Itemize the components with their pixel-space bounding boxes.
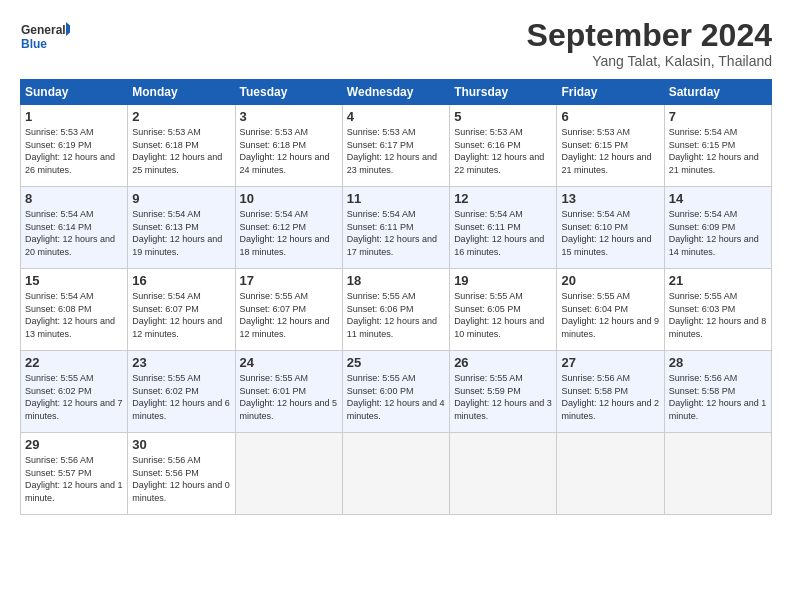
table-row: 22Sunrise: 5:55 AMSunset: 6:02 PMDayligh… — [21, 351, 128, 433]
svg-marker-2 — [66, 22, 70, 36]
table-row — [450, 433, 557, 515]
day-number: 7 — [669, 109, 767, 124]
cell-info: Sunrise: 5:56 AMSunset: 5:57 PMDaylight:… — [25, 454, 123, 504]
svg-text:Blue: Blue — [21, 37, 47, 51]
location: Yang Talat, Kalasin, Thailand — [527, 53, 772, 69]
table-row: 24Sunrise: 5:55 AMSunset: 6:01 PMDayligh… — [235, 351, 342, 433]
svg-text:General: General — [21, 23, 66, 37]
table-row: 3Sunrise: 5:53 AMSunset: 6:18 PMDaylight… — [235, 105, 342, 187]
cell-info: Sunrise: 5:54 AMSunset: 6:10 PMDaylight:… — [561, 208, 659, 258]
day-number: 13 — [561, 191, 659, 206]
calendar-week-4: 22Sunrise: 5:55 AMSunset: 6:02 PMDayligh… — [21, 351, 772, 433]
col-tuesday: Tuesday — [235, 80, 342, 105]
day-number: 21 — [669, 273, 767, 288]
calendar-week-5: 29Sunrise: 5:56 AMSunset: 5:57 PMDayligh… — [21, 433, 772, 515]
title-block: September 2024 Yang Talat, Kalasin, Thai… — [527, 18, 772, 69]
table-row: 12Sunrise: 5:54 AMSunset: 6:11 PMDayligh… — [450, 187, 557, 269]
day-number: 5 — [454, 109, 552, 124]
cell-info: Sunrise: 5:54 AMSunset: 6:07 PMDaylight:… — [132, 290, 230, 340]
table-row: 23Sunrise: 5:55 AMSunset: 6:02 PMDayligh… — [128, 351, 235, 433]
header-row: Sunday Monday Tuesday Wednesday Thursday… — [21, 80, 772, 105]
cell-info: Sunrise: 5:53 AMSunset: 6:17 PMDaylight:… — [347, 126, 445, 176]
cell-info: Sunrise: 5:56 AMSunset: 5:58 PMDaylight:… — [561, 372, 659, 422]
table-row: 2Sunrise: 5:53 AMSunset: 6:18 PMDaylight… — [128, 105, 235, 187]
cell-info: Sunrise: 5:55 AMSunset: 6:02 PMDaylight:… — [25, 372, 123, 422]
cell-info: Sunrise: 5:54 AMSunset: 6:11 PMDaylight:… — [347, 208, 445, 258]
day-number: 28 — [669, 355, 767, 370]
cell-info: Sunrise: 5:55 AMSunset: 5:59 PMDaylight:… — [454, 372, 552, 422]
day-number: 3 — [240, 109, 338, 124]
day-number: 1 — [25, 109, 123, 124]
day-number: 2 — [132, 109, 230, 124]
cell-info: Sunrise: 5:56 AMSunset: 5:56 PMDaylight:… — [132, 454, 230, 504]
cell-info: Sunrise: 5:55 AMSunset: 6:05 PMDaylight:… — [454, 290, 552, 340]
table-row: 9Sunrise: 5:54 AMSunset: 6:13 PMDaylight… — [128, 187, 235, 269]
day-number: 8 — [25, 191, 123, 206]
table-row: 26Sunrise: 5:55 AMSunset: 5:59 PMDayligh… — [450, 351, 557, 433]
table-row: 10Sunrise: 5:54 AMSunset: 6:12 PMDayligh… — [235, 187, 342, 269]
day-number: 11 — [347, 191, 445, 206]
table-row — [557, 433, 664, 515]
calendar-table: Sunday Monday Tuesday Wednesday Thursday… — [20, 79, 772, 515]
table-row: 4Sunrise: 5:53 AMSunset: 6:17 PMDaylight… — [342, 105, 449, 187]
cell-info: Sunrise: 5:54 AMSunset: 6:12 PMDaylight:… — [240, 208, 338, 258]
table-row: 15Sunrise: 5:54 AMSunset: 6:08 PMDayligh… — [21, 269, 128, 351]
cell-info: Sunrise: 5:53 AMSunset: 6:19 PMDaylight:… — [25, 126, 123, 176]
cell-info: Sunrise: 5:55 AMSunset: 6:04 PMDaylight:… — [561, 290, 659, 340]
day-number: 14 — [669, 191, 767, 206]
table-row: 7Sunrise: 5:54 AMSunset: 6:15 PMDaylight… — [664, 105, 771, 187]
cell-info: Sunrise: 5:55 AMSunset: 6:07 PMDaylight:… — [240, 290, 338, 340]
table-row: 30Sunrise: 5:56 AMSunset: 5:56 PMDayligh… — [128, 433, 235, 515]
day-number: 26 — [454, 355, 552, 370]
day-number: 6 — [561, 109, 659, 124]
month-title: September 2024 — [527, 18, 772, 53]
day-number: 30 — [132, 437, 230, 452]
day-number: 20 — [561, 273, 659, 288]
day-number: 25 — [347, 355, 445, 370]
cell-info: Sunrise: 5:53 AMSunset: 6:18 PMDaylight:… — [132, 126, 230, 176]
table-row: 8Sunrise: 5:54 AMSunset: 6:14 PMDaylight… — [21, 187, 128, 269]
calendar-week-3: 15Sunrise: 5:54 AMSunset: 6:08 PMDayligh… — [21, 269, 772, 351]
cell-info: Sunrise: 5:54 AMSunset: 6:08 PMDaylight:… — [25, 290, 123, 340]
cell-info: Sunrise: 5:54 AMSunset: 6:15 PMDaylight:… — [669, 126, 767, 176]
cell-info: Sunrise: 5:55 AMSunset: 6:01 PMDaylight:… — [240, 372, 338, 422]
col-saturday: Saturday — [664, 80, 771, 105]
col-friday: Friday — [557, 80, 664, 105]
cell-info: Sunrise: 5:55 AMSunset: 6:00 PMDaylight:… — [347, 372, 445, 422]
cell-info: Sunrise: 5:54 AMSunset: 6:11 PMDaylight:… — [454, 208, 552, 258]
table-row: 18Sunrise: 5:55 AMSunset: 6:06 PMDayligh… — [342, 269, 449, 351]
day-number: 19 — [454, 273, 552, 288]
cell-info: Sunrise: 5:53 AMSunset: 6:16 PMDaylight:… — [454, 126, 552, 176]
table-row: 20Sunrise: 5:55 AMSunset: 6:04 PMDayligh… — [557, 269, 664, 351]
day-number: 12 — [454, 191, 552, 206]
table-row: 1Sunrise: 5:53 AMSunset: 6:19 PMDaylight… — [21, 105, 128, 187]
table-row: 21Sunrise: 5:55 AMSunset: 6:03 PMDayligh… — [664, 269, 771, 351]
table-row: 14Sunrise: 5:54 AMSunset: 6:09 PMDayligh… — [664, 187, 771, 269]
day-number: 10 — [240, 191, 338, 206]
day-number: 27 — [561, 355, 659, 370]
cell-info: Sunrise: 5:53 AMSunset: 6:18 PMDaylight:… — [240, 126, 338, 176]
col-thursday: Thursday — [450, 80, 557, 105]
logo-svg: General Blue — [20, 18, 70, 58]
table-row: 29Sunrise: 5:56 AMSunset: 5:57 PMDayligh… — [21, 433, 128, 515]
calendar-week-1: 1Sunrise: 5:53 AMSunset: 6:19 PMDaylight… — [21, 105, 772, 187]
table-row — [235, 433, 342, 515]
day-number: 23 — [132, 355, 230, 370]
cell-info: Sunrise: 5:55 AMSunset: 6:02 PMDaylight:… — [132, 372, 230, 422]
cell-info: Sunrise: 5:54 AMSunset: 6:09 PMDaylight:… — [669, 208, 767, 258]
day-number: 4 — [347, 109, 445, 124]
day-number: 16 — [132, 273, 230, 288]
table-row — [664, 433, 771, 515]
table-row: 16Sunrise: 5:54 AMSunset: 6:07 PMDayligh… — [128, 269, 235, 351]
table-row — [342, 433, 449, 515]
col-monday: Monday — [128, 80, 235, 105]
day-number: 24 — [240, 355, 338, 370]
cell-info: Sunrise: 5:55 AMSunset: 6:03 PMDaylight:… — [669, 290, 767, 340]
cell-info: Sunrise: 5:54 AMSunset: 6:14 PMDaylight:… — [25, 208, 123, 258]
cell-info: Sunrise: 5:55 AMSunset: 6:06 PMDaylight:… — [347, 290, 445, 340]
cell-info: Sunrise: 5:53 AMSunset: 6:15 PMDaylight:… — [561, 126, 659, 176]
day-number: 9 — [132, 191, 230, 206]
cell-info: Sunrise: 5:54 AMSunset: 6:13 PMDaylight:… — [132, 208, 230, 258]
table-row: 19Sunrise: 5:55 AMSunset: 6:05 PMDayligh… — [450, 269, 557, 351]
day-number: 22 — [25, 355, 123, 370]
